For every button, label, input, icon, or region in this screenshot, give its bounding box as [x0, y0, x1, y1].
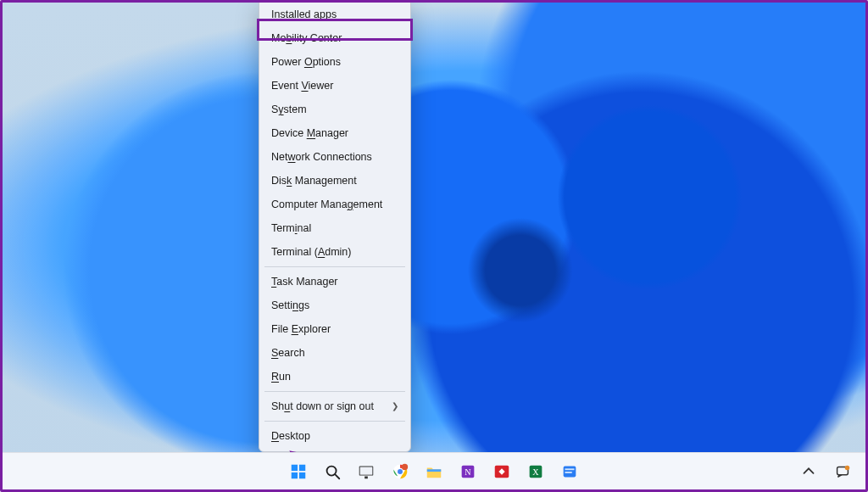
menu-item-label: Shut down or sign out — [271, 399, 374, 414]
menu-separator — [264, 421, 405, 422]
menu-item-label: Search — [271, 345, 305, 361]
menu-item-computer-management[interactable]: Computer Management — [259, 193, 410, 216]
menu-item-label: Terminal (Admin) — [271, 244, 351, 260]
start-context-menu: Installed appsMobility CenterPower Optio… — [259, 0, 411, 452]
menu-item-terminal-admin[interactable]: Terminal (Admin) — [259, 240, 410, 264]
menu-item-label: Terminal — [271, 221, 311, 236]
taskview-taskbar-icon[interactable] — [355, 461, 377, 483]
svg-line-5 — [335, 474, 339, 478]
menu-item-mobility-center[interactable]: Mobility Center — [259, 26, 410, 50]
edge-legacy-taskbar-icon[interactable] — [559, 461, 581, 483]
menu-separator — [264, 391, 405, 392]
svg-rect-0 — [292, 464, 298, 470]
canadapost-taskbar-icon[interactable] — [491, 461, 513, 483]
menu-item-disk-management[interactable]: Disk Management — [259, 169, 410, 193]
menu-item-label: File Explorer — [271, 321, 331, 337]
svg-point-23 — [845, 465, 850, 470]
search-taskbar-icon[interactable] — [321, 461, 343, 483]
menu-item-label: Settings — [271, 298, 309, 313]
taskbar: NX — [3, 452, 865, 489]
menu-item-label: Installed apps — [271, 7, 337, 22]
chrome-taskbar-icon[interactable] — [389, 461, 411, 483]
menu-item-terminal[interactable]: Terminal — [259, 216, 410, 240]
menu-item-network-connections[interactable]: Network Connections — [259, 145, 410, 169]
menu-item-installed-apps[interactable]: Installed apps — [259, 3, 410, 26]
desktop-screenshot: Installed appsMobility CenterPower Optio… — [0, 0, 868, 492]
svg-text:N: N — [465, 467, 471, 476]
menu-item-device-manager[interactable]: Device Manager — [259, 121, 410, 145]
menu-item-file-explorer[interactable]: File Explorer — [259, 317, 410, 341]
menu-item-event-viewer[interactable]: Event Viewer — [259, 74, 410, 98]
svg-rect-2 — [292, 472, 298, 478]
svg-rect-1 — [299, 464, 305, 470]
menu-item-label: Disk Management — [271, 173, 357, 188]
submenu-indicator-icon: ❯ — [392, 399, 398, 414]
svg-rect-20 — [565, 468, 575, 470]
menu-item-run[interactable]: Run — [259, 365, 410, 389]
wallpaper — [3, 3, 865, 489]
menu-item-label: Desktop — [271, 428, 310, 444]
menu-item-system[interactable]: System — [259, 98, 410, 121]
menu-item-search[interactable]: Search — [259, 341, 410, 365]
svg-rect-21 — [565, 472, 572, 473]
menu-item-label: Device Manager — [271, 126, 348, 141]
start-button[interactable] — [287, 461, 309, 483]
menu-item-settings[interactable]: Settings — [259, 294, 410, 317]
onenote-taskbar-icon[interactable]: N — [457, 461, 479, 483]
svg-point-12 — [402, 463, 408, 469]
menu-item-label: Mobility Center — [271, 31, 342, 46]
menu-item-label: Run — [271, 369, 291, 384]
menu-item-label: Event Viewer — [271, 78, 333, 93]
svg-rect-8 — [364, 476, 368, 478]
chevron-up-icon[interactable] — [798, 461, 820, 483]
notifications-icon[interactable] — [832, 461, 854, 483]
svg-text:X: X — [532, 467, 539, 476]
menu-item-label: Network Connections — [271, 149, 372, 165]
svg-rect-7 — [360, 467, 373, 474]
menu-item-label: Power Options — [271, 54, 341, 70]
menu-separator — [264, 266, 405, 267]
menu-item-desktop[interactable]: Desktop — [259, 424, 410, 448]
svg-rect-13 — [427, 469, 442, 472]
menu-item-label: Computer Management — [271, 197, 382, 212]
svg-rect-3 — [299, 472, 305, 478]
menu-item-label: System — [271, 102, 307, 117]
explorer-taskbar-icon[interactable] — [423, 461, 445, 483]
menu-item-label: Task Manager — [271, 274, 338, 289]
menu-item-shut-down-or-sign-out[interactable]: Shut down or sign out❯ — [259, 394, 410, 418]
menu-item-task-manager[interactable]: Task Manager — [259, 270, 410, 294]
menu-item-power-options[interactable]: Power Options — [259, 50, 410, 74]
excel-taskbar-icon[interactable]: X — [525, 461, 547, 483]
